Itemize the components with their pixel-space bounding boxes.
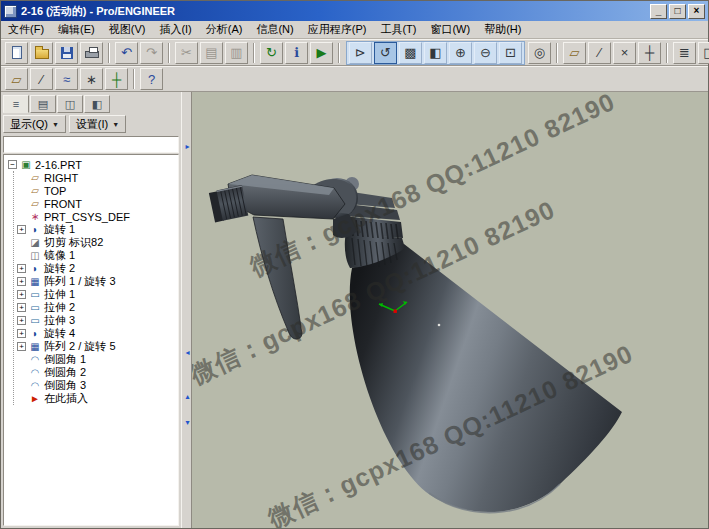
undo-button[interactable]: ↶ [115,42,138,64]
datum-plane-toggle-button[interactable]: ▱ [563,42,586,64]
tree-show-button[interactable]: 显示(Q) ▼ [3,115,66,133]
maximize-button[interactable]: □ [669,4,686,19]
menu-item-applications[interactable]: 应用程序(P) [301,20,374,39]
tree-item[interactable]: ▱ TOP [14,184,177,197]
datum-point-toggle-button[interactable]: × [613,42,636,64]
expand-icon[interactable]: + [17,290,26,299]
sash-up-icon[interactable]: ▴ [183,392,192,402]
menu-item-analysis[interactable]: 分析(A) [199,20,250,39]
shaded-display-button[interactable]: ◧ [424,42,447,64]
menu-item-insert[interactable]: 插入(I) [152,20,198,39]
spin-center-button[interactable]: ↺ [374,42,397,64]
zoom-out-button[interactable]: ⊖ [474,42,497,64]
collapse-icon[interactable]: − [8,160,17,169]
open-file-button[interactable] [30,42,53,64]
expand-icon[interactable]: + [17,303,26,312]
menu-item-file[interactable]: 文件(F) [1,20,51,39]
view-manager-button[interactable]: ◨ [698,42,709,64]
menu-item-edit[interactable]: 编辑(E) [51,20,102,39]
expand-icon[interactable]: + [17,329,26,338]
repaint-button[interactable]: ▩ [399,42,422,64]
graphics-viewport[interactable]: 微信：gcpx168 QQ:11210 82190 微信：gcpx168 QQ:… [192,92,708,528]
expand-icon[interactable]: + [17,342,26,351]
reorient-button[interactable]: ◎ [528,42,551,64]
close-button[interactable]: × [688,4,705,19]
datum-curve-tool-button[interactable]: ≈ [55,68,78,90]
zoom-in-button[interactable]: ⊕ [449,42,472,64]
insert-here-icon: ► [29,393,41,404]
sash-close-icon[interactable]: ◂ [183,348,192,358]
menu-item-window[interactable]: 窗口(W) [423,20,477,39]
datum-axis-toggle-button[interactable]: ∕ [588,42,611,64]
model-player-button[interactable]: ▶ [310,42,333,64]
refit-button[interactable]: ⊡ [499,42,522,64]
datum-point-tool-button[interactable]: ∗ [80,68,103,90]
favorites-tab[interactable]: ◫ [57,95,83,113]
menu-item-view[interactable]: 视图(V) [102,20,153,39]
tree-item[interactable]: + ▭ 拉伸 3 [14,314,177,327]
reorient-icon: ◎ [534,45,545,60]
cut-button[interactable]: ✂ [175,42,198,64]
model-info-button[interactable]: ℹ [285,42,308,64]
redo-icon: ↷ [146,45,157,60]
context-help-button[interactable]: ? [140,68,163,90]
tree-item[interactable]: ◠ 倒圆角 1 [14,353,177,366]
application-window: 2-16 (活动的) - Pro/ENGINEER _ □ × 文件(F) 编辑… [0,0,709,529]
new-file-button[interactable] [5,42,28,64]
menu-item-tools[interactable]: 工具(T) [373,20,423,39]
spray-bottle-model[interactable] [192,92,708,528]
datum-axis-tool-button[interactable]: ∕ [30,68,53,90]
folder-browser-tab[interactable]: ▤ [30,95,56,113]
revolve-icon: ◗ [29,224,41,235]
expand-icon[interactable]: + [17,225,26,234]
tree-item-root[interactable]: − ▣ 2-16.PRT [5,158,177,171]
sash-open-icon[interactable]: ▸ [183,142,192,152]
titlebar[interactable]: 2-16 (活动的) - Pro/ENGINEER _ □ × [1,1,708,21]
tree-item[interactable]: + ▦ 阵列 1 / 旋转 3 [14,275,177,288]
redo-button[interactable]: ↷ [140,42,163,64]
datum-plane-tool-button[interactable]: ▱ [5,68,28,90]
menu-item-info[interactable]: 信息(N) [249,20,300,39]
tree-item[interactable]: ◪ 切剪 标识82 [14,236,177,249]
tree-item[interactable]: + ▭ 拉伸 1 [14,288,177,301]
regenerate-button[interactable]: ↻ [260,42,283,64]
tree-item-label: 在此插入 [44,391,88,406]
tree-item[interactable]: ◫ 镜像 1 [14,249,177,262]
tree-item[interactable]: ∗ PRT_CSYS_DEF [14,210,177,223]
save-file-button[interactable] [55,42,78,64]
cut-icon: ✂ [181,45,192,60]
tree-item[interactable]: ▱ FRONT [14,197,177,210]
tree-item[interactable]: ◠ 倒圆角 3 [14,379,177,392]
print-button[interactable] [80,42,103,64]
smart-select-button[interactable]: ⊳ [349,42,372,64]
model-tree-tab-icon: ≡ [13,98,19,110]
tree-filter-input[interactable] [3,136,179,153]
connections-tab[interactable]: ◧ [84,95,110,113]
expand-icon[interactable]: + [17,264,26,273]
sash-down-icon[interactable]: ▾ [183,418,192,428]
tree-settings-button[interactable]: 设置(I) ▼ [69,115,126,133]
spin-center-icon: ↺ [380,45,391,60]
datum-point-tool-icon: ∗ [86,72,97,87]
cut-feature-icon: ◪ [29,237,41,248]
layers-button[interactable]: ≣ [673,42,696,64]
expand-icon[interactable]: + [17,277,26,286]
zoom-out-icon: ⊖ [480,45,491,60]
minimize-button[interactable]: _ [650,4,667,19]
csys-toggle-button[interactable]: ┼ [638,42,661,64]
model-tree-tab[interactable]: ≡ [3,95,29,113]
toolbar-separator [556,43,558,63]
tree-item[interactable]: + ▦ 阵列 2 / 旋转 5 [14,340,177,353]
datum-csys-tool-button[interactable]: ┼ [105,68,128,90]
menubar: 文件(F) 编辑(E) 视图(V) 插入(I) 分析(A) 信息(N) 应用程序… [1,21,708,39]
tree-item-insert-here[interactable]: ► 在此插入 [14,392,177,405]
copy-button[interactable]: ▤ [200,42,223,64]
panel-splitter[interactable]: ▸ ◂ ▴ ▾ [181,92,192,528]
favorites-tab-icon: ◫ [65,98,75,111]
tree-item[interactable]: ▱ RIGHT [14,171,177,184]
tree-item[interactable]: + ▭ 拉伸 2 [14,301,177,314]
tree-item[interactable]: ◠ 倒圆角 2 [14,366,177,379]
expand-icon[interactable]: + [17,316,26,325]
menu-item-help[interactable]: 帮助(H) [477,20,528,39]
paste-button[interactable]: ▥ [225,42,248,64]
